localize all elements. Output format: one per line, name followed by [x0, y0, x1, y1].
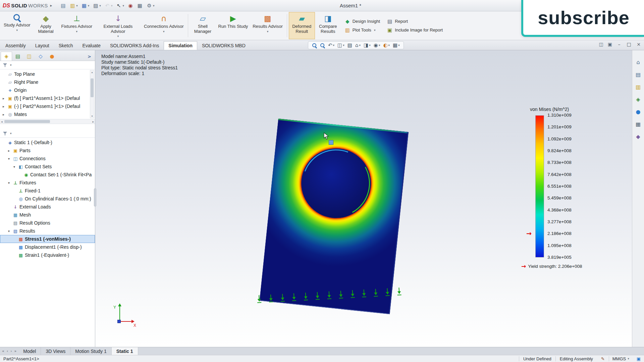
tree-item[interactable]: ▾ ▧ Results: [0, 227, 95, 235]
command-tab[interactable]: Simulation: [164, 41, 197, 50]
view-tool-button[interactable]: ◨ ▾: [363, 42, 372, 48]
scroll-down-icon[interactable]: ▾: [91, 115, 93, 118]
logo-flyout-arrow-icon[interactable]: ▸: [50, 3, 52, 8]
command-tab[interactable]: SOLIDWORKS MBD: [197, 41, 250, 50]
toolbar-button[interactable]: ↶ ▾: [103, 2, 114, 10]
dropdown-caret-icon[interactable]: ▾: [267, 30, 269, 33]
panel-tab[interactable]: ◈: [1, 52, 12, 61]
pane-split-icon[interactable]: ▣: [608, 42, 612, 47]
scroll-left-icon[interactable]: ◂: [1, 120, 3, 123]
ribbon-button[interactable]: ◆ Apply Material: [33, 12, 59, 39]
tab-scroll-button[interactable]: «: [2, 349, 4, 353]
view-tool-button[interactable]: ◉ ▾: [373, 42, 381, 48]
toolbar-button[interactable]: ▨ ▾: [91, 2, 102, 10]
dropdown-caret-icon[interactable]: ▾: [374, 28, 376, 32]
scroll-up-icon[interactable]: ▴: [91, 71, 93, 74]
scrollbar-thumb[interactable]: [4, 120, 50, 123]
toolbar-button[interactable]: ▥ ▾: [68, 2, 79, 10]
command-tab[interactable]: SOLIDWORKS Add-Ins: [105, 41, 164, 50]
ribbon-button[interactable]: ↓ External Loads Advisor ▾: [95, 12, 142, 39]
restore-button[interactable]: □: [626, 42, 632, 47]
pane-preview-icon[interactable]: ◫: [599, 42, 603, 47]
command-tab[interactable]: Sketch: [54, 41, 78, 50]
status-indicator-icon[interactable]: ▣: [637, 356, 641, 361]
dropdown-caret-icon[interactable]: ▾: [117, 35, 119, 38]
tab-scroll-button[interactable]: ‹: [7, 349, 8, 353]
toolbar-button[interactable]: ◉: [126, 2, 135, 10]
toolbar-button[interactable]: ▦ ▾: [80, 2, 91, 10]
tree-item[interactable]: + Origin: [0, 86, 95, 94]
dropdown-caret-icon[interactable]: ▾: [76, 30, 77, 33]
solidworks-resources-icon[interactable]: ⌂: [636, 59, 640, 65]
dropdown-caret-icon[interactable]: ▾: [359, 44, 361, 47]
dropdown-caret-icon[interactable]: ▾: [398, 44, 400, 47]
expander-icon[interactable]: ▸: [3, 105, 7, 108]
tree-item[interactable]: ▸ ◎ Mates: [0, 110, 95, 118]
dropdown-caret-icon[interactable]: ▾: [333, 44, 335, 47]
expander-icon[interactable]: ▸: [3, 97, 7, 100]
tree-item[interactable]: ▱ Right Plane: [0, 78, 95, 86]
appearances-scenes-icon[interactable]: ●: [636, 109, 641, 115]
view-tool-button[interactable]: ◫ ▾: [336, 42, 345, 48]
toolbar-button[interactable]: ▦: [136, 2, 144, 10]
model-plate-part[interactable]: [260, 119, 409, 314]
study-tree-filter[interactable]: ▾: [0, 129, 95, 138]
forum-icon[interactable]: ◆: [636, 133, 640, 140]
view-tool-button[interactable]: ▧: [346, 42, 353, 48]
ribbon-button[interactable]: ▥ Plot Tools ▾: [344, 27, 380, 33]
tree-horizontal-scrollbar[interactable]: ◂ ▸: [0, 119, 95, 124]
tree-item[interactable]: ▾ ⊥ Fixtures: [0, 179, 95, 187]
document-tab[interactable]: Model: [18, 347, 41, 355]
expander-icon[interactable]: ▾: [13, 165, 18, 169]
expander-icon[interactable]: ▸: [3, 113, 7, 116]
view-palette-icon[interactable]: ◈: [636, 96, 640, 103]
view-tool-button[interactable]: ◐ ▾: [382, 42, 391, 48]
panel-tab[interactable]: ◫: [23, 52, 35, 61]
ribbon-button[interactable]: ▱ Shell Manager: [190, 12, 216, 39]
tree-item[interactable]: ▸ ▣ Parts: [0, 146, 95, 155]
ribbon-button[interactable]: ▤ Report: [387, 18, 443, 24]
tree-item[interactable]: ▩ Displacement1 (-Res disp-): [0, 243, 95, 251]
ribbon-button[interactable]: ∩ Connections Advisor ▾: [142, 12, 186, 39]
dropdown-caret-icon[interactable]: ▾: [111, 4, 113, 7]
tree-item[interactable]: ▩ Stress1 (-vonMises-): [0, 235, 95, 243]
dropdown-caret-icon[interactable]: ▾: [388, 44, 390, 47]
document-tab[interactable]: Static 1: [112, 347, 138, 355]
dropdown-caret-icon[interactable]: ▾: [163, 30, 165, 33]
expander-icon[interactable]: ▾: [8, 157, 12, 161]
view-tool-button[interactable]: ↶ ▾: [327, 42, 335, 48]
dropdown-caret-icon[interactable]: ▾: [16, 28, 18, 32]
dropdown-caret-icon[interactable]: ▾: [76, 4, 78, 7]
dropdown-caret-icon[interactable]: ▾: [369, 44, 371, 47]
expander-icon[interactable]: ▸: [8, 149, 12, 153]
panel-tab[interactable]: ▤: [12, 52, 23, 61]
dropdown-caret-icon[interactable]: ▾: [343, 44, 344, 47]
ribbon-button[interactable]: ▩ Results Advisor ▾: [250, 12, 285, 39]
ribbon-button[interactable]: ▰ Deformed Result: [289, 12, 315, 39]
tree-item[interactable]: ▤ Result Options: [0, 219, 95, 227]
expander-icon[interactable]: ▾: [8, 229, 12, 233]
ribbon-button[interactable]: ⊥ Fixtures Advisor ▾: [59, 12, 95, 39]
tree-item[interactable]: ▩ Strain1 (-Equivalent-): [0, 251, 95, 259]
command-tab[interactable]: Layout: [31, 41, 54, 50]
expander-icon[interactable]: ▾: [8, 181, 12, 185]
minimize-button[interactable]: –: [616, 42, 622, 47]
tree-item[interactable]: ⊥ Fixed-1: [0, 187, 95, 195]
view-tool-button[interactable]: [319, 43, 326, 48]
command-tab[interactable]: Evaluate: [78, 41, 105, 50]
document-tab[interactable]: Motion Study 1: [70, 347, 111, 355]
solidworks-logo[interactable]: DS SOLIDWORKS ▸: [3, 3, 55, 9]
tree-item[interactable]: ◉ Contact Set-1 (-Shrink Fit<Pa: [0, 171, 95, 179]
panel-splitter-handle[interactable]: [94, 188, 96, 206]
tree-item[interactable]: ▦ Mesh: [0, 211, 95, 219]
ribbon-button[interactable]: ◨ Compare Results: [315, 12, 341, 39]
feature-tree-filter[interactable]: ▾: [0, 61, 95, 69]
tree-vertical-scrollbar[interactable]: ▴ ▾: [90, 70, 94, 118]
panel-tab[interactable]: ●: [46, 52, 58, 61]
dropdown-caret-icon[interactable]: ▾: [122, 4, 124, 7]
tab-scroll-button[interactable]: ›: [10, 349, 12, 353]
command-tab[interactable]: Assembly: [1, 41, 31, 50]
units-selector[interactable]: MMGS ▾: [609, 356, 633, 361]
toolbar-button[interactable]: ⚙ ▾: [145, 2, 156, 10]
panel-expand-arrow[interactable]: >: [88, 54, 94, 61]
